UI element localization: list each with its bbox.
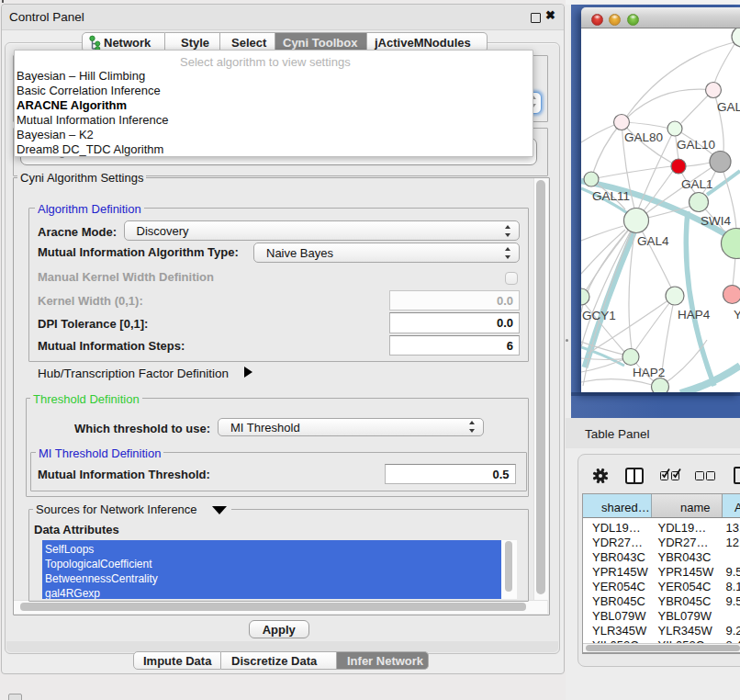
svg-text:SWI4: SWI4	[701, 214, 731, 228]
svg-text:GCY1: GCY1	[582, 309, 616, 322]
svg-text:YM: YM	[734, 308, 740, 322]
svg-text:GAL80: GAL80	[624, 130, 663, 144]
svg-text:GAL11: GAL11	[592, 189, 630, 203]
svg-text:HAP4: HAP4	[678, 308, 711, 322]
svg-text:GAL2: GAL2	[717, 100, 740, 114]
svg-text:GAL1: GAL1	[681, 177, 713, 191]
svg-text:GAL10: GAL10	[677, 138, 715, 152]
svg-text:GAL4: GAL4	[637, 234, 669, 248]
svg-text:HAP2: HAP2	[633, 366, 665, 379]
